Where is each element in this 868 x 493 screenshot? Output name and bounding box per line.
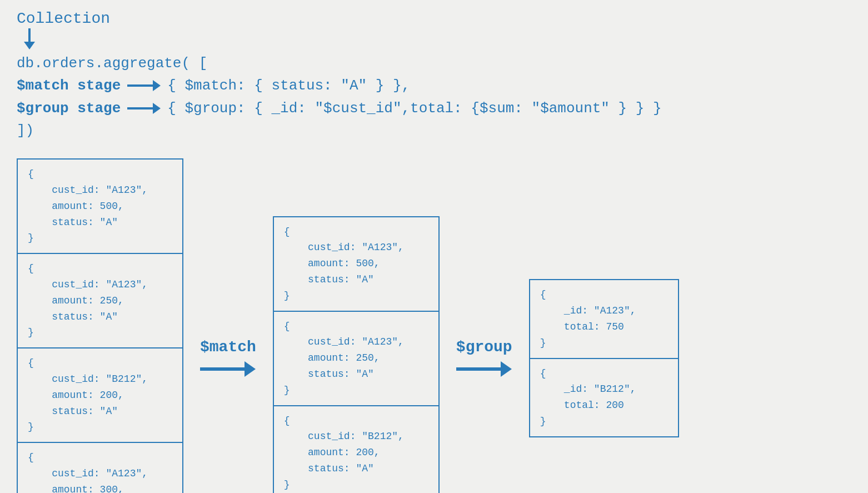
matched-doc-3: { cust_id: "B212", amount: 200, status: … <box>274 406 438 493</box>
grouped-collection-box: { _id: "A123", total: 750 } { _id: "B212… <box>529 279 679 437</box>
group-stage-label: $group stage <box>17 97 121 119</box>
group-label: $group <box>456 338 512 356</box>
matched-doc-2: { cust_id: "A123", amount: 250, status: … <box>274 312 438 406</box>
grouped-doc-1: { _id: "A123", total: 750 } <box>530 280 678 358</box>
code-block: db.orders.aggregate( [ $match stage { $m… <box>17 52 851 142</box>
group-stage-code: { $group: { _id: "$cust_id",total: {$sum… <box>167 97 661 119</box>
grouped-doc-2: { _id: "B212", total: 200 } <box>530 359 678 436</box>
diagram-section: { cust_id: "A123", amount: 500, status: … <box>17 158 851 493</box>
match-stage-code: { $match: { status: "A" } }, <box>167 74 410 97</box>
code-line-1: db.orders.aggregate( [ <box>17 52 851 74</box>
header-code: Collection db.orders.aggregate( [ $match… <box>17 10 851 142</box>
matched-collection-box: { cust_id: "A123", amount: 500, status: … <box>273 216 440 493</box>
match-big-arrow-icon <box>200 360 256 378</box>
collection-arrow-icon <box>23 28 36 49</box>
matched-doc-1: { cust_id: "A123", amount: 500, status: … <box>274 217 438 312</box>
orders-collection: { cust_id: "A123", amount: 500, status: … <box>17 158 183 493</box>
code-line-3: $group stage { $group: { _id: "$cust_id"… <box>17 97 851 119</box>
doc-3: { cust_id: "B212", amount: 200, status: … <box>18 348 182 443</box>
arrow-right-match-icon <box>127 79 161 92</box>
group-big-arrow-icon <box>456 360 512 378</box>
code-line-4: ]) <box>17 119 851 142</box>
doc-1: { cust_id: "A123", amount: 500, status: … <box>18 160 182 254</box>
match-label: $match <box>200 338 256 356</box>
doc-2: { cust_id: "A123", amount: 250, status: … <box>18 254 182 348</box>
group-arrow-section: $group <box>440 338 529 378</box>
code-line-2: $match stage { $match: { status: "A" } }… <box>17 74 851 97</box>
match-arrow-section: $match <box>183 338 273 378</box>
arrow-right-group-icon <box>127 102 161 114</box>
match-stage-label: $match stage <box>17 74 121 97</box>
doc-4: { cust_id: "A123", amount: 300, status: … <box>18 443 182 493</box>
collection-label: Collection <box>17 10 110 27</box>
orders-collection-box: { cust_id: "A123", amount: 500, status: … <box>17 158 183 493</box>
